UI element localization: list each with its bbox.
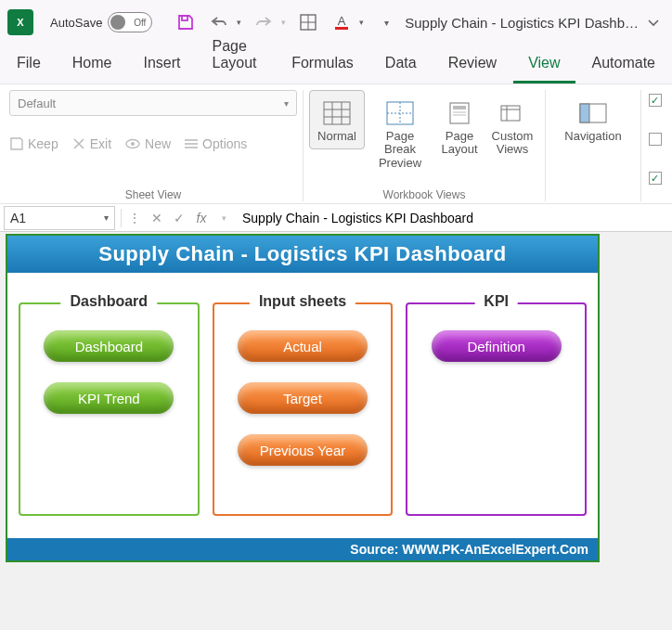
pill-kpi-trend[interactable]: KPI Trend bbox=[44, 382, 174, 414]
sheet-view-options-button[interactable]: Options bbox=[184, 136, 247, 151]
fx-icon[interactable]: fx bbox=[190, 211, 213, 225]
panel-title-input-sheets: Input sheets bbox=[250, 293, 355, 310]
svg-point-9 bbox=[131, 142, 135, 146]
panel-kpi: KPI Definition bbox=[406, 302, 587, 516]
custom-views-icon bbox=[488, 96, 536, 130]
checkbox-1[interactable] bbox=[649, 94, 662, 107]
panel-title-dashboard: Dashboard bbox=[61, 293, 158, 310]
pill-previous-year[interactable]: Previous Year bbox=[238, 434, 368, 466]
cancel-icon[interactable]: ✕ bbox=[146, 211, 168, 225]
autosave-label: AutoSave bbox=[50, 16, 102, 30]
dashboard-footer: Source: WWW.PK-AnExcelExpert.Com bbox=[7, 538, 598, 560]
tab-file[interactable]: File bbox=[2, 45, 56, 84]
dashboard-title: Supply Chain - Logistics KPI Dashboard bbox=[7, 236, 598, 273]
name-box[interactable]: A1 ▾ bbox=[4, 206, 115, 230]
checkbox-2[interactable] bbox=[649, 133, 662, 146]
autosave-state: Off bbox=[134, 18, 146, 28]
svg-rect-29 bbox=[580, 104, 589, 122]
ribbon-tabs: File Home Insert Page Layout Formulas Da… bbox=[0, 45, 672, 84]
grid-icon bbox=[312, 96, 362, 130]
font-color-dropdown-icon[interactable]: ▾ bbox=[356, 9, 366, 35]
panel-input-sheets: Input sheets Actual Target Previous Year bbox=[213, 302, 394, 516]
view-page-break-button[interactable]: Page Break Preview bbox=[367, 90, 433, 176]
pill-dashboard[interactable]: Dashboard bbox=[44, 330, 174, 362]
qat-overflow-icon[interactable]: ▾ bbox=[373, 9, 399, 35]
tab-automate[interactable]: Automate bbox=[577, 45, 670, 84]
save-icon[interactable] bbox=[173, 9, 199, 35]
tab-view[interactable]: View bbox=[513, 45, 575, 84]
title-bar: X AutoSave Off ▾ ▾ A ▾ ▾ Supply Chain - … bbox=[0, 0, 672, 45]
tab-formulas[interactable]: Formulas bbox=[277, 45, 368, 84]
formula-bar: A1 ▾ ⋮ ✕ ✓ fx ▾ bbox=[0, 204, 672, 232]
tab-insert[interactable]: Insert bbox=[128, 45, 195, 84]
svg-text:A: A bbox=[338, 14, 346, 28]
sheet-view-keep-button[interactable]: Keep bbox=[9, 136, 58, 151]
worksheet-area: Supply Chain - Logistics KPI Dashboard D… bbox=[0, 232, 672, 564]
dashboard-container: Supply Chain - Logistics KPI Dashboard D… bbox=[6, 234, 600, 562]
tab-page-layout[interactable]: Page Layout bbox=[197, 29, 275, 84]
tab-data[interactable]: Data bbox=[370, 45, 432, 84]
view-normal-button[interactable]: Normal bbox=[309, 90, 365, 149]
panel-dashboard: Dashboard Dashboard KPI Trend bbox=[19, 302, 200, 516]
checkbox-3[interactable] bbox=[649, 172, 662, 185]
pill-actual[interactable]: Actual bbox=[238, 330, 368, 362]
panel-title-kpi: KPI bbox=[474, 293, 518, 310]
ribbon: Default ▾ Keep Exit New Options bbox=[0, 84, 672, 204]
tab-home[interactable]: Home bbox=[58, 45, 127, 84]
pill-definition[interactable]: Definition bbox=[432, 330, 562, 362]
navigation-icon bbox=[554, 96, 632, 130]
pill-target[interactable]: Target bbox=[238, 382, 368, 414]
tab-review[interactable]: Review bbox=[433, 45, 511, 84]
font-color-icon[interactable]: A bbox=[329, 9, 355, 35]
svg-rect-13 bbox=[324, 102, 350, 124]
sheet-view-new-button[interactable]: New bbox=[124, 136, 171, 151]
autosave-toggle[interactable]: AutoSave Off bbox=[50, 12, 152, 32]
svg-rect-25 bbox=[501, 106, 520, 121]
svg-rect-2 bbox=[182, 16, 187, 20]
page-layout-icon bbox=[438, 96, 481, 130]
redo-dropdown-icon[interactable]: ▾ bbox=[278, 9, 288, 35]
sheet-view-exit-button[interactable]: Exit bbox=[71, 136, 111, 151]
enter-icon[interactable]: ✓ bbox=[168, 211, 190, 225]
fx-dropdown-icon[interactable]: ▾ bbox=[213, 213, 235, 223]
excel-logo: X bbox=[7, 9, 33, 35]
title-dropdown-icon[interactable] bbox=[646, 15, 661, 30]
group-label-workbook-views: Workbook Views bbox=[309, 185, 539, 201]
svg-rect-7 bbox=[335, 27, 348, 30]
sheet-view-select[interactable]: Default ▾ bbox=[9, 90, 297, 116]
navigation-button[interactable]: Navigation bbox=[551, 90, 635, 149]
document-title: Supply Chain - Logistics KPI Dashb… bbox=[405, 15, 639, 31]
group-label-sheet-view: Sheet View bbox=[9, 185, 297, 201]
borders-icon[interactable] bbox=[295, 9, 321, 35]
chevron-down-icon: ▾ bbox=[284, 98, 289, 109]
chevron-down-icon: ▾ bbox=[104, 212, 109, 223]
page-break-icon bbox=[369, 96, 431, 130]
view-custom-views-button[interactable]: Custom Views bbox=[485, 90, 539, 163]
view-page-layout-button[interactable]: Page Layout bbox=[435, 90, 484, 163]
sort-icon[interactable]: ⋮ bbox=[123, 211, 146, 225]
formula-input[interactable] bbox=[235, 206, 672, 230]
svg-rect-22 bbox=[453, 106, 466, 109]
svg-text:X: X bbox=[17, 17, 24, 28]
sheet-view-default-label: Default bbox=[18, 96, 56, 110]
